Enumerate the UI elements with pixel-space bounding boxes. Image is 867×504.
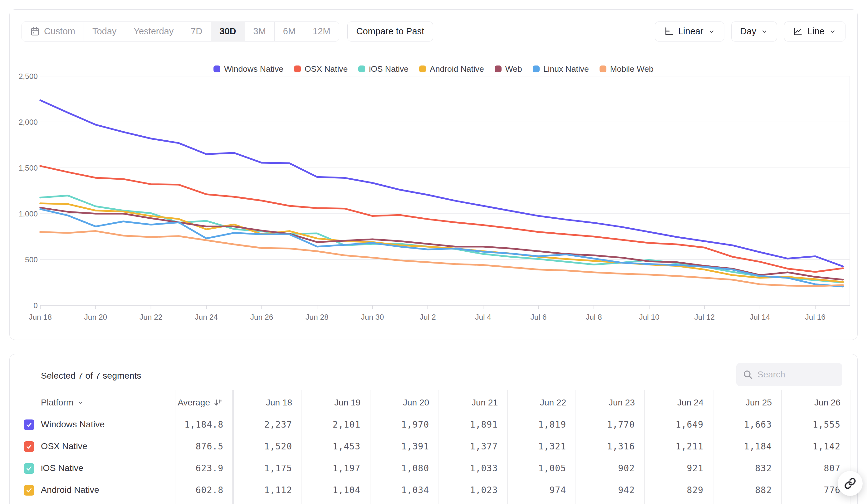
row-checkbox-windows-native[interactable] <box>24 419 34 430</box>
legend-item-web[interactable]: Web <box>495 64 522 74</box>
x-axis-label: Jul 12 <box>694 313 715 321</box>
legend-item-osx-native[interactable]: OSX Native <box>294 64 348 74</box>
compare-to-past-button[interactable]: Compare to Past <box>347 22 434 42</box>
cell-jun-25: 832 <box>755 463 772 473</box>
search-input[interactable] <box>758 370 829 380</box>
y-axis-label: 1,500 <box>19 164 38 172</box>
range-7d[interactable]: 7D <box>182 22 211 41</box>
cell-jun-22: 1,005 <box>538 463 566 473</box>
range-6m[interactable]: 6M <box>275 22 304 41</box>
column-divider <box>507 390 508 504</box>
legend-label: Web <box>505 64 522 74</box>
interval-dropdown[interactable]: Day <box>731 22 778 42</box>
cell-jun-21: 1,377 <box>470 441 498 452</box>
cell-jun-24: 829 <box>687 485 704 495</box>
cell-jun-20: 1,391 <box>402 441 429 452</box>
column-header-label: Jun 25 <box>746 398 772 408</box>
legend-item-ios-native[interactable]: iOS Native <box>358 64 408 74</box>
legend-swatch <box>294 66 301 72</box>
calendar-icon <box>30 27 40 36</box>
row-checkbox-ios-native[interactable] <box>24 463 34 474</box>
sort-descending-icon <box>213 398 223 407</box>
column-header-jun-26: Jun 26 <box>814 390 841 415</box>
cell-average: 876.5 <box>196 441 224 452</box>
column-divider <box>644 390 645 504</box>
legend-item-windows-native[interactable]: Windows Native <box>213 64 283 74</box>
column-header-label: Jun 26 <box>814 398 841 408</box>
cell-jun-21: 1,891 <box>470 419 498 430</box>
chart-type-dropdown[interactable]: Line <box>784 22 845 42</box>
check-icon <box>25 465 32 472</box>
legend-swatch <box>600 66 607 72</box>
legend-label: iOS Native <box>369 64 408 74</box>
range-today[interactable]: Today <box>84 22 125 41</box>
x-axis-label: Jun 30 <box>361 313 384 321</box>
cell-jun-19: 1,453 <box>333 441 361 452</box>
legend-item-mobile-web[interactable]: Mobile Web <box>600 64 654 74</box>
column-header-jun-22: Jun 22 <box>540 390 566 415</box>
y-axis-label: 500 <box>25 255 38 264</box>
column-header-label: Jun 22 <box>540 398 566 408</box>
range-yesterday[interactable]: Yesterday <box>125 22 182 41</box>
range-3m[interactable]: 3M <box>245 22 275 41</box>
cell-jun-21: 1,023 <box>470 485 498 495</box>
column-header-label: Jun 21 <box>472 398 498 408</box>
chevron-down-icon <box>77 399 84 406</box>
cell-jun-19: 1,197 <box>333 463 361 473</box>
row-checkbox-osx-native[interactable] <box>24 441 34 452</box>
legend-item-linux-native[interactable]: Linux Native <box>533 64 589 74</box>
legend-swatch <box>213 66 220 72</box>
line-chart: 05001,0001,5002,0002,500Jun 18Jun 20Jun … <box>10 10 857 332</box>
column-divider <box>439 390 439 504</box>
column-header-label: Jun 19 <box>334 398 361 408</box>
column-divider <box>713 390 714 504</box>
range-30d[interactable]: 30D <box>211 22 245 41</box>
range-custom-label: Custom <box>44 26 75 36</box>
cell-average: 602.8 <box>196 485 224 495</box>
column-header-jun-23: Jun 23 <box>609 390 635 415</box>
x-axis-label: Jun 24 <box>195 313 218 321</box>
platform-label: OSX Native <box>41 441 87 451</box>
column-header-jun-21: Jun 21 <box>472 390 498 415</box>
x-axis-label: Jul 10 <box>639 313 659 321</box>
chart-toolbar: Custom TodayYesterday7D30D3M6M12M Compar… <box>10 10 857 53</box>
range-12m[interactable]: 12M <box>304 22 339 41</box>
chevron-down-icon <box>761 28 768 35</box>
x-axis-label: Jul 2 <box>420 313 436 321</box>
column-header-label: Average <box>178 398 210 408</box>
cell-jun-18: 1,175 <box>264 463 292 473</box>
platform-header-label: Platform <box>41 398 73 408</box>
range-custom[interactable]: Custom <box>22 22 84 41</box>
line-chart-icon <box>793 26 803 36</box>
legend-label: OSX Native <box>304 64 348 74</box>
chevron-down-icon <box>829 28 836 35</box>
legend-swatch <box>419 66 426 72</box>
row-checkbox-android-native[interactable] <box>24 485 34 496</box>
selected-summary: Selected 7 of 7 segments <box>41 371 141 381</box>
cell-average: 623.9 <box>196 463 224 473</box>
column-divider <box>232 390 234 504</box>
cell-jun-21: 1,033 <box>470 463 498 473</box>
x-axis-label: Jun 28 <box>306 313 329 321</box>
column-header-jun-19: Jun 19 <box>334 390 361 415</box>
platform-label: Android Native <box>41 485 99 495</box>
column-header-jun-24: Jun 24 <box>677 390 704 415</box>
search-box <box>736 363 842 386</box>
legend-item-android-native[interactable]: Android Native <box>419 64 484 74</box>
cell-jun-20: 1,080 <box>402 463 429 473</box>
column-header-jun-18: Jun 18 <box>266 390 292 415</box>
share-link-button[interactable] <box>838 471 863 496</box>
column-divider <box>781 390 782 504</box>
column-divider <box>370 390 371 504</box>
select-all-checkbox[interactable] <box>24 369 35 381</box>
check-icon <box>25 487 32 494</box>
column-header-average[interactable]: Average <box>178 390 223 415</box>
scale-dropdown[interactable]: Linear <box>655 22 724 42</box>
segments-table-card: Selected 7 of 7 segments PlatformAverage… <box>9 354 858 504</box>
cell-jun-18: 1,112 <box>264 485 292 495</box>
cell-jun-22: 974 <box>549 485 566 495</box>
x-axis-label: Jul 4 <box>475 313 491 321</box>
check-icon <box>25 371 33 379</box>
column-header-platform[interactable]: Platform <box>41 390 84 415</box>
cell-jun-26: 807 <box>824 463 841 473</box>
